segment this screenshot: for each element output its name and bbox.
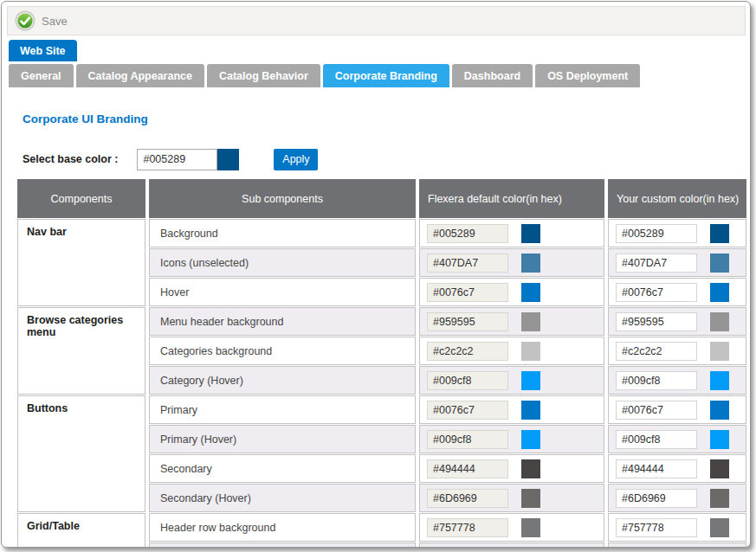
default-color-cell (419, 337, 604, 365)
settings-window: Save Web Site GeneralCatalog AppearanceC… (1, 1, 751, 548)
custom-hex-input[interactable] (616, 254, 697, 273)
sub-component-cell: Icons (unselected) (149, 248, 416, 277)
save-button[interactable]: Save (15, 10, 68, 31)
color-swatch (521, 371, 540, 390)
color-swatch (521, 254, 540, 273)
default-hex-input (427, 224, 508, 243)
default-color-cell (419, 219, 604, 247)
custom-color-cell (608, 484, 746, 512)
default-hex-input (427, 489, 508, 508)
tab-web-site[interactable]: Web Site (9, 40, 77, 61)
sub-component-cell: Row (hover) background (149, 542, 416, 548)
tab-catalog-appearance[interactable]: Catalog Appearance (76, 64, 204, 87)
component-cell: Nav bar (17, 219, 145, 306)
default-color-cell (419, 542, 604, 548)
tab-bar: GeneralCatalog AppearanceCatalog Behavio… (9, 64, 640, 87)
custom-color-cell (608, 307, 746, 336)
color-swatch[interactable] (710, 312, 729, 331)
custom-hex-input[interactable] (616, 312, 697, 331)
default-hex-input (427, 312, 508, 331)
color-swatch (521, 518, 540, 537)
color-swatch (521, 342, 540, 361)
sub-component-cell: Primary (Hover) (149, 425, 416, 453)
default-color-cell (419, 454, 604, 483)
default-hex-input (427, 401, 508, 420)
component-cell: Buttons (17, 395, 145, 512)
color-swatch (521, 401, 540, 420)
default-color-cell (419, 484, 604, 512)
color-swatch[interactable] (710, 224, 729, 243)
default-color-cell (419, 366, 604, 395)
save-check-icon (15, 10, 36, 31)
color-swatch[interactable] (710, 518, 729, 537)
sub-component-cell: Categories background (149, 337, 416, 365)
component-cell: Browse categories menu (17, 307, 145, 395)
color-swatch[interactable] (710, 430, 729, 449)
base-color-input[interactable] (137, 149, 217, 170)
custom-hex-input[interactable] (616, 518, 697, 537)
base-color-swatch (217, 149, 239, 170)
sub-component-cell: Primary (149, 395, 416, 424)
default-color-cell (419, 248, 604, 277)
custom-color-cell (608, 278, 746, 306)
color-swatch[interactable] (710, 459, 729, 478)
base-color-label: Select base color : (23, 153, 118, 165)
color-swatch (521, 312, 540, 331)
default-hex-input (427, 371, 508, 390)
default-color-cell (419, 278, 604, 306)
default-color-cell (419, 395, 604, 424)
sub-component-cell: Category (Hover) (149, 366, 416, 395)
component-cell: Grid/Table (17, 513, 145, 548)
sub-component-cell: Secondary (149, 454, 416, 483)
save-label: Save (42, 15, 68, 28)
custom-color-cell (608, 513, 746, 542)
color-swatch[interactable] (710, 401, 729, 420)
sub-component-cell: Header row background (149, 513, 416, 542)
custom-color-cell (608, 425, 746, 453)
header-sub-components: Sub components (149, 179, 416, 218)
custom-hex-input[interactable] (616, 430, 697, 449)
color-swatch[interactable] (710, 371, 729, 390)
tab-os-deployment[interactable]: OS Deployment (535, 64, 640, 87)
tab-catalog-behavior[interactable]: Catalog Behavior (207, 64, 320, 87)
default-hex-input (427, 518, 508, 537)
sub-component-cell: Secondary (Hover) (149, 484, 416, 512)
sub-component-cell: Menu header background (149, 307, 416, 336)
custom-color-cell (608, 454, 746, 483)
custom-hex-input[interactable] (616, 283, 697, 302)
custom-hex-input[interactable] (616, 459, 697, 478)
color-swatch (521, 548, 540, 549)
custom-color-cell (608, 542, 746, 548)
sub-component-cell: Background (149, 219, 416, 247)
tab-corporate-branding[interactable]: Corporate Branding (323, 64, 449, 87)
custom-color-cell (608, 248, 746, 277)
custom-hex-input[interactable] (616, 548, 697, 549)
color-swatch[interactable] (710, 489, 729, 508)
base-color-row: Select base color : Apply (23, 148, 318, 170)
default-hex-input (427, 254, 508, 273)
header-default-color: Flexera default color(in hex) (419, 179, 604, 218)
tab-dashboard[interactable]: Dashboard (452, 64, 533, 87)
default-hex-input (427, 430, 508, 449)
default-color-cell (419, 513, 604, 542)
custom-hex-input[interactable] (616, 224, 697, 243)
color-swatch[interactable] (710, 548, 729, 549)
default-hex-input (427, 548, 508, 549)
header-custom-color: Your custom color(in hex) (608, 179, 746, 218)
tab-general[interactable]: General (9, 64, 74, 87)
color-swatch[interactable] (710, 254, 729, 273)
apply-button[interactable]: Apply (274, 149, 318, 170)
sub-component-cell: Hover (149, 278, 416, 306)
custom-hex-input[interactable] (616, 489, 697, 508)
color-swatch[interactable] (710, 283, 729, 302)
color-swatch (521, 283, 540, 302)
custom-color-cell (608, 395, 746, 424)
default-color-cell (419, 307, 604, 336)
color-swatch[interactable] (710, 342, 729, 361)
custom-hex-input[interactable] (616, 371, 697, 390)
color-swatch (521, 224, 540, 243)
default-hex-input (427, 283, 508, 302)
custom-hex-input[interactable] (616, 342, 697, 361)
custom-hex-input[interactable] (616, 401, 697, 420)
color-swatch (521, 489, 540, 508)
